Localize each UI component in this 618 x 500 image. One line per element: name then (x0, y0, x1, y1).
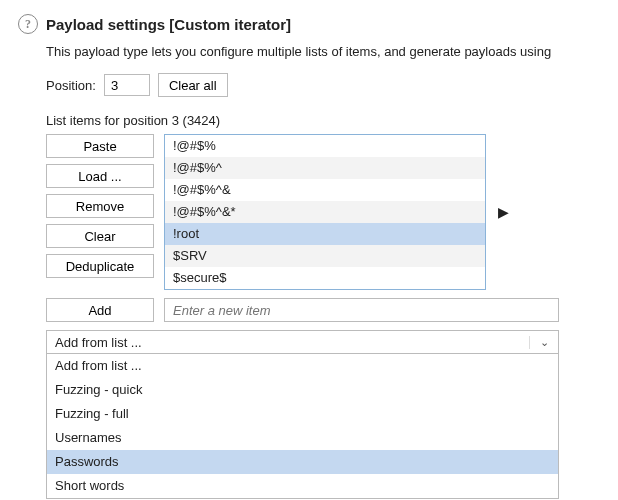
paste-button[interactable]: Paste (46, 134, 154, 158)
clear-all-button[interactable]: Clear all (158, 73, 228, 97)
list-item[interactable]: !@#$% (165, 135, 485, 157)
list-item[interactable]: !@#$%^ (165, 157, 485, 179)
combo-option[interactable]: Passwords (47, 450, 558, 474)
page-title: Payload settings [Custom iterator] (46, 16, 291, 33)
help-icon[interactable]: ? (18, 14, 38, 34)
add-button[interactable]: Add (46, 298, 154, 322)
combo-option[interactable]: Fuzzing - quick (47, 378, 558, 402)
list-item[interactable]: $SRV (165, 245, 485, 267)
new-item-input[interactable] (164, 298, 559, 322)
position-label: Position: (46, 78, 96, 93)
chevron-down-icon: ⌄ (529, 336, 552, 349)
combo-option[interactable]: Add from list ... (47, 354, 558, 378)
add-from-list-combo[interactable]: Add from list ... ⌄ (46, 330, 559, 354)
deduplicate-button[interactable]: Deduplicate (46, 254, 154, 278)
list-item[interactable]: $secure$ (165, 267, 485, 289)
load-button[interactable]: Load ... (46, 164, 154, 188)
move-right-icon[interactable]: ▶ (496, 204, 509, 220)
list-item[interactable]: !@#$%^& (165, 179, 485, 201)
add-from-list-dropdown[interactable]: Add from list ...Fuzzing - quickFuzzing … (46, 354, 559, 499)
combo-selected-label: Add from list ... (55, 335, 142, 350)
list-item[interactable]: !@#$%^&* (165, 201, 485, 223)
payload-list[interactable]: !@#$%!@#$%^!@#$%^&!@#$%^&*!root$SRV$secu… (164, 134, 486, 290)
remove-button[interactable]: Remove (46, 194, 154, 218)
list-items-label: List items for position 3 (3424) (46, 113, 600, 128)
clear-button[interactable]: Clear (46, 224, 154, 248)
list-item[interactable]: !root (165, 223, 485, 245)
combo-option[interactable]: Usernames (47, 426, 558, 450)
combo-option[interactable]: Short words (47, 474, 558, 498)
position-input[interactable] (104, 74, 150, 96)
description-text: This payload type lets you configure mul… (46, 44, 600, 59)
combo-option[interactable]: Fuzzing - full (47, 402, 558, 426)
